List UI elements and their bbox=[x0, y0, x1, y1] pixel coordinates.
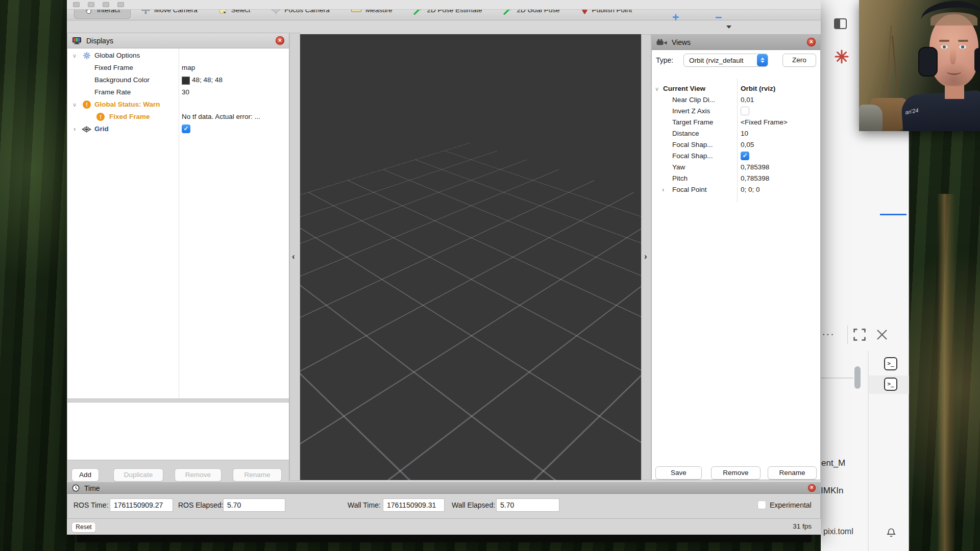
remove-view-button[interactable]: Remove bbox=[711, 466, 761, 480]
ros-time-label: ROS Time: bbox=[74, 498, 108, 512]
time-panel-titlebar[interactable]: Time × bbox=[67, 483, 820, 494]
right-panel-collapse-strip[interactable]: › bbox=[641, 34, 651, 480]
views-panel-titlebar[interactable]: Views × bbox=[652, 35, 820, 50]
ros-elapsed-field[interactable]: 5.70 bbox=[223, 498, 285, 512]
reset-button[interactable]: Reset bbox=[71, 522, 96, 533]
rviz-window: Interact Move Camera Select bbox=[67, 0, 821, 535]
property-value[interactable]: 0; 0; 0 bbox=[741, 184, 760, 195]
property-value[interactable]: Orbit (rviz) bbox=[741, 83, 775, 94]
remove-display-button: Remove bbox=[175, 468, 222, 482]
tree-row-grid[interactable]: › Grid ✓ bbox=[67, 123, 289, 135]
view-row-target-frame[interactable]: Target Frame <Fixed Frame> bbox=[652, 117, 820, 128]
save-view-button[interactable]: Save bbox=[655, 466, 702, 480]
property-value[interactable]: 0,785398 bbox=[741, 162, 769, 173]
window-tab-mark bbox=[117, 2, 124, 7]
bell-icon[interactable] bbox=[886, 528, 896, 538]
warning-icon: ! bbox=[83, 101, 91, 109]
expander-open-icon[interactable]: ∨ bbox=[72, 98, 77, 111]
layout-sidebar-icon[interactable] bbox=[834, 18, 847, 29]
tree-row-global-status[interactable]: ∨ ! Global Status: Warn bbox=[67, 98, 289, 111]
displays-panel-titlebar[interactable]: Displays × bbox=[67, 33, 289, 48]
views-panel-title: Views bbox=[672, 38, 691, 46]
property-value[interactable]: 0,01 bbox=[741, 94, 754, 106]
tree-row-global-options[interactable]: ∨ Global Options bbox=[67, 49, 289, 62]
color-swatch[interactable] bbox=[182, 77, 190, 85]
wall-elapsed-field[interactable]: 5.70 bbox=[496, 498, 559, 512]
3d-viewport[interactable] bbox=[300, 34, 641, 480]
toolbar-divider bbox=[847, 325, 848, 344]
remove-tool-button[interactable]: − bbox=[715, 12, 722, 22]
rename-view-button[interactable]: Rename bbox=[768, 466, 817, 480]
tree-row-frame-rate[interactable]: Frame Rate 30 bbox=[67, 86, 289, 98]
view-row-focal-shape-fixed[interactable]: Focal Shap... ✓ bbox=[652, 151, 820, 162]
panel-spacer bbox=[67, 460, 289, 469]
time-panel: Time × ROS Time: 1761150909.27 ROS Elaps… bbox=[67, 482, 821, 519]
terminal-icon[interactable]: >_ bbox=[884, 357, 897, 370]
view-row-focal-shape-size[interactable]: Focal Shap... 0,05 bbox=[652, 139, 820, 151]
rename-display-button: Rename bbox=[233, 468, 282, 482]
dropdown-spinner-icon[interactable] bbox=[757, 54, 768, 66]
watering-can bbox=[859, 105, 883, 131]
code-snippet: IMKIn bbox=[821, 486, 843, 496]
view-row-focal-point[interactable]: › Focal Point 0; 0; 0 bbox=[652, 184, 820, 195]
experimental-checkbox[interactable] bbox=[757, 500, 766, 509]
toolbar-overflow-chevron-icon[interactable] bbox=[726, 26, 731, 29]
view-row-pitch[interactable]: Pitch 0,785398 bbox=[652, 173, 820, 184]
headphones-right-cup bbox=[974, 48, 980, 72]
wall-elapsed-label: Wall Elapsed: bbox=[452, 498, 495, 512]
property-value[interactable]: 30 bbox=[182, 86, 189, 98]
wall-time-field[interactable]: 1761150909.31 bbox=[383, 498, 445, 512]
tree-row-fixed-frame[interactable]: Fixed Frame map bbox=[67, 62, 289, 74]
tree-row-background-color[interactable]: Background Color 48; 48; 48 bbox=[67, 74, 289, 86]
collapse-left-chevron-icon[interactable]: ‹ bbox=[292, 252, 295, 262]
maximize-icon[interactable] bbox=[853, 329, 866, 341]
displays-close-button[interactable]: × bbox=[276, 36, 284, 45]
plant-stem bbox=[885, 26, 892, 107]
panel-splitter[interactable] bbox=[67, 398, 289, 403]
time-close-button[interactable]: × bbox=[808, 484, 816, 492]
horizontal-rule bbox=[821, 378, 853, 379]
view-row-invert-z[interactable]: Invert Z Axis bbox=[652, 106, 820, 117]
expander-closed-icon[interactable]: › bbox=[74, 123, 76, 135]
close-icon[interactable] bbox=[876, 329, 888, 341]
property-value[interactable]: 48; 48; 48 bbox=[192, 74, 223, 86]
terminal-icon[interactable]: >_ bbox=[884, 378, 897, 391]
views-panel: Views × Type: Orbit (rviz_default Zero ∨… bbox=[651, 34, 821, 480]
property-value[interactable]: <Fixed Frame> bbox=[741, 117, 788, 128]
property-value[interactable]: No tf data. Actual error: ... bbox=[182, 111, 260, 123]
view-row-distance[interactable]: Distance 10 bbox=[652, 128, 820, 139]
expander-closed-icon[interactable]: › bbox=[662, 184, 664, 195]
add-tool-button[interactable]: + bbox=[672, 12, 679, 22]
left-panel-collapse-strip[interactable]: ‹ bbox=[289, 33, 300, 481]
zero-button[interactable]: Zero bbox=[782, 54, 816, 67]
collapse-right-chevron-icon[interactable]: › bbox=[644, 252, 647, 262]
ros-time-field[interactable]: 1761150909.27 bbox=[110, 498, 173, 512]
expander-open-icon[interactable]: ∨ bbox=[655, 83, 659, 94]
person-right-brow bbox=[958, 40, 968, 42]
property-value[interactable]: map bbox=[182, 62, 195, 74]
warning-icon: ! bbox=[96, 113, 105, 121]
property-value[interactable]: 0,05 bbox=[741, 139, 754, 151]
view-type-dropdown[interactable]: Orbit (rviz_default bbox=[683, 54, 768, 67]
wall-time-label: Wall Time: bbox=[348, 498, 381, 512]
property-value[interactable]: 10 bbox=[741, 128, 748, 139]
add-display-button[interactable]: Add bbox=[71, 468, 99, 482]
fps-counter: 31 fps bbox=[793, 522, 812, 530]
invert-z-checkbox[interactable] bbox=[741, 107, 749, 115]
webcam-overlay: an'24 bbox=[859, 0, 980, 131]
tree-row-fixed-frame-warning[interactable]: ! Fixed Frame No tf data. Actual error: … bbox=[67, 111, 289, 123]
monitor-icon bbox=[72, 37, 82, 44]
view-row-current-view[interactable]: ∨ Current View Orbit (rviz) bbox=[652, 83, 820, 94]
expander-open-icon[interactable]: ∨ bbox=[72, 49, 77, 62]
window-tab-mark bbox=[103, 2, 109, 7]
property-value[interactable]: 0,785398 bbox=[741, 173, 769, 184]
scrollbar-thumb[interactable] bbox=[854, 366, 861, 389]
experimental-label: Experimental bbox=[770, 498, 812, 512]
focal-shape-checkbox[interactable]: ✓ bbox=[741, 152, 749, 160]
view-row-yaw[interactable]: Yaw 0,785398 bbox=[652, 162, 820, 173]
grid-enabled-checkbox[interactable]: ✓ bbox=[182, 124, 190, 133]
more-options-icon[interactable]: ··· bbox=[822, 328, 835, 341]
code-snippet: ent_M bbox=[821, 458, 845, 468]
views-close-button[interactable]: × bbox=[807, 38, 816, 46]
view-row-near-clip[interactable]: Near Clip Di... 0,01 bbox=[652, 94, 820, 106]
